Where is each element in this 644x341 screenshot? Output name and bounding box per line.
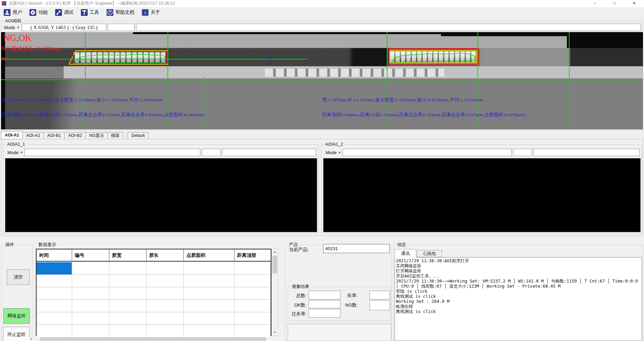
aoia1-2-mode-dropdown[interactable]: Mode ▼ — [324, 149, 341, 156]
toolbar-function-label: 功能 — [38, 9, 48, 16]
data-table-body — [37, 262, 271, 337]
table-cell[interactable] — [109, 262, 147, 275]
camera-pixel-readout[interactable]: ( X 6568, Y 1463 ) : ( Gray 135 ) — [22, 24, 106, 31]
table-cell[interactable] — [235, 312, 271, 325]
table-cell[interactable] — [235, 325, 271, 337]
overkill-input[interactable] — [309, 309, 340, 318]
camera-image-viewport[interactable]: NG,OK NG:胶体过长:15.290mm, NG OK 宽:2.215mm,… — [1, 32, 643, 129]
tab-aoi-b2[interactable]: AOI-B2 — [64, 132, 86, 139]
camera-mode-dropdown[interactable]: Mode ▼ — [3, 24, 21, 31]
column-header[interactable]: 胶长 — [147, 249, 184, 262]
toolbar-user[interactable]: 用户 — [2, 8, 25, 17]
table-cell[interactable] — [109, 275, 147, 287]
vscroll-thumb[interactable] — [272, 256, 277, 273]
glue-region-right-outline — [387, 48, 479, 65]
scroll-down-icon[interactable]: ▼ — [272, 331, 278, 334]
column-header[interactable]: 胶宽 — [109, 249, 147, 262]
maximize-button[interactable]: □ — [605, 0, 624, 7]
log-line: 离线测试 is click — [396, 309, 641, 314]
table-cell[interactable] — [109, 300, 147, 312]
column-header[interactable]: 编号 — [72, 249, 109, 262]
tab-default[interactable]: Default — [128, 132, 149, 139]
table-cell[interactable] — [184, 275, 235, 287]
table-cell[interactable] — [147, 325, 184, 337]
left-measure-line2: 距离顶部0.031mm,距离CF层0.110mm,距离左边界0.153mm,距离… — [2, 112, 206, 118]
close-button[interactable]: ✕ — [624, 0, 644, 7]
aoia1-2-field3[interactable] — [533, 149, 640, 156]
minimize-button[interactable]: – — [585, 0, 605, 7]
aoia1-1-field1[interactable] — [24, 149, 200, 156]
toolbar-help[interactable]: ? 帮助文档 — [105, 8, 137, 17]
table-cell[interactable] — [72, 262, 109, 275]
table-cell[interactable] — [72, 312, 109, 325]
tab-template[interactable]: 模版 — [107, 132, 123, 139]
table-cell[interactable] — [184, 300, 235, 312]
tab-aoi-a2[interactable]: AOI-A2 — [22, 132, 44, 139]
camera-field-wide[interactable] — [136, 24, 641, 31]
table-cell[interactable] — [235, 287, 271, 300]
toolbar-debug[interactable]: 调试 — [53, 8, 76, 17]
column-header[interactable]: 距离顶部 — [235, 249, 271, 262]
table-cell[interactable] — [184, 312, 235, 325]
table-cell[interactable] — [72, 275, 109, 287]
tab-aoi-b1[interactable]: AOI-B1 — [43, 132, 65, 139]
table-cell[interactable] — [235, 262, 271, 275]
toolbar-about[interactable]: i 关于 — [140, 8, 163, 17]
table-cell[interactable] — [109, 312, 147, 325]
table-cell[interactable] — [37, 275, 72, 287]
yield-input[interactable] — [370, 291, 390, 299]
table-hscrollbar[interactable]: ◄ — [29, 337, 278, 341]
table-cell[interactable] — [37, 325, 72, 337]
stop-listen-button[interactable]: 停止监听 — [3, 327, 30, 341]
table-cell[interactable] — [72, 325, 109, 337]
column-header[interactable]: 点胶面积 — [184, 249, 235, 262]
clear-button[interactable]: 清空 — [7, 269, 30, 285]
table-cell[interactable] — [72, 300, 109, 312]
table-vscrollbar[interactable]: ▲ ▼ — [271, 249, 278, 336]
tab-heartbeat[interactable]: 心跳包 — [417, 250, 442, 257]
total-input[interactable] — [309, 291, 340, 299]
aoia1-1-field3[interactable] — [222, 149, 316, 156]
network-listen-button[interactable]: 网络监听 — [3, 308, 30, 324]
gear-icon — [29, 9, 36, 16]
table-cell[interactable] — [147, 262, 184, 275]
scroll-left-icon[interactable]: ◄ — [30, 338, 32, 340]
aoia1-1-mode-dropdown[interactable]: Mode ▼ — [6, 149, 23, 156]
operate-group-label: 操作 — [4, 242, 16, 247]
table-cell[interactable] — [184, 287, 235, 300]
table-cell[interactable] — [184, 262, 235, 275]
measure-result-label: 测量结果 — [290, 284, 311, 289]
scroll-up-icon[interactable]: ▲ — [272, 251, 278, 253]
table-cell[interactable] — [147, 300, 184, 312]
table-cell[interactable] — [147, 312, 184, 325]
table-cell[interactable] — [235, 300, 271, 312]
tool-icon — [81, 9, 88, 16]
tab-communication[interactable]: 通讯 — [395, 249, 416, 258]
aoia1-2-field1[interactable] — [342, 149, 512, 156]
aoia1-1-field2[interactable] — [202, 149, 221, 156]
current-product-input[interactable]: 40231 — [323, 244, 390, 253]
ok-count-input[interactable] — [309, 300, 340, 308]
table-cell[interactable] — [184, 325, 235, 337]
column-header[interactable]: 时间 — [37, 249, 72, 262]
table-cell[interactable] — [147, 287, 184, 300]
toolbar-function[interactable]: 功能 — [28, 8, 51, 17]
table-cell-selected[interactable] — [37, 262, 72, 275]
table-cell[interactable] — [235, 275, 271, 287]
toolbar-tools[interactable]: 工具 — [79, 8, 102, 17]
table-cell[interactable] — [37, 312, 72, 325]
aoia1-2-field2[interactable] — [513, 149, 532, 156]
table-cell[interactable] — [72, 287, 109, 300]
communication-log[interactable]: 2021/7/29 11:36:30:AOI程序打开 关闭网络监听 打开网络监听… — [395, 257, 642, 341]
table-cell[interactable] — [37, 300, 72, 312]
table-cell[interactable] — [109, 325, 147, 337]
tab-aoi-a1[interactable]: AOI-A1 — [1, 131, 23, 139]
tab-ng-display[interactable]: NG显示 — [85, 132, 108, 139]
table-cell[interactable] — [147, 275, 184, 287]
camera-field-small[interactable] — [108, 24, 135, 31]
table-cell[interactable] — [37, 287, 72, 300]
table-cell[interactable] — [109, 287, 147, 300]
log-line: 检测出错 — [396, 304, 641, 309]
hscroll-thumb[interactable] — [40, 337, 266, 341]
ng-count-input[interactable] — [370, 300, 390, 310]
